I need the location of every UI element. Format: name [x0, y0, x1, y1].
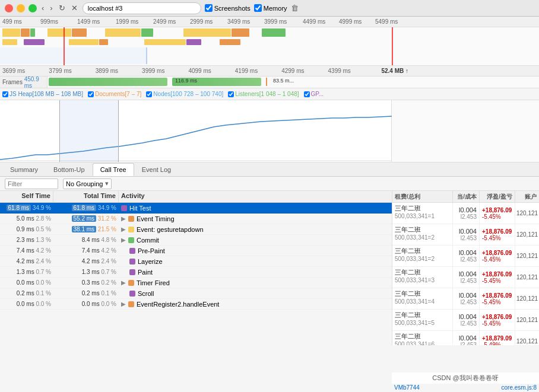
- calltree-row-gesture[interactable]: 0.9 ms 0.5 % 38.1 ms 21.5 % ▶ Event: ges…: [0, 224, 392, 235]
- frames-row: Frames 450.9 ms 116.9 ms 83.5 m...: [0, 77, 539, 88]
- js-heap-checkbox[interactable]: JS Heap[108 MB – 108 MB]: [2, 91, 83, 97]
- back-btn[interactable]: ‹: [40, 4, 45, 12]
- memory-size: 52.4 MB ↑: [381, 68, 408, 74]
- right-panel-row[interactable]: 三年二班 500,033,341=2 l0.004 l2.453 +18,876…: [392, 224, 539, 246]
- right-panel-row[interactable]: 三年二班 500,033,341=3 l0.004 l2.453 +18,876…: [392, 267, 539, 288]
- expand-icon[interactable]: ▶: [121, 279, 126, 286]
- right-panel-row[interactable]: 三年二班 500,033,341=6 l0.004 l2.453 +18,879…: [392, 331, 539, 345]
- expand-icon[interactable]: ▶: [121, 237, 126, 243]
- minimize-btn[interactable]: [17, 4, 25, 12]
- clear-btn[interactable]: 🗑: [291, 4, 299, 12]
- forward-btn[interactable]: ›: [49, 4, 53, 12]
- calltree-row-timer[interactable]: 0.0 ms 0.0 % 0.3 ms 0.2 % ▶ Timer Fired: [0, 278, 392, 288]
- timeline-ruler: 499 ms 999ms 1499 ms 1999 ms 2499 ms 299…: [0, 17, 539, 27]
- documents-checkbox[interactable]: Documents[7 – 7]: [88, 91, 141, 97]
- calltree-row-prepaint[interactable]: 7.4 ms 4.2 % 7.4 ms 4.2 % Pre-Paint: [0, 246, 392, 256]
- nodes-checkbox[interactable]: Nodes[100 728 – 100 740]: [146, 91, 223, 97]
- calltree-row-hit-test[interactable]: 61.8 ms 34.9 % 61.8 ms 34.9 % Hit Test: [0, 203, 392, 213]
- url-bar[interactable]: [83, 2, 201, 14]
- expand-icon[interactable]: ▶: [121, 215, 126, 222]
- screenshots-checkbox[interactable]: Screenshots: [205, 4, 251, 12]
- calltree-container: Self Time Total Time Activity 61.8 ms 34…: [0, 191, 539, 345]
- right-panel-row[interactable]: 三年二班 500,033,341=5 l0.004 l2.453 +18,876…: [392, 310, 539, 331]
- graph-right: [392, 100, 539, 162]
- right-panel-row[interactable]: 三年二班 500,033,341=2 l0.004 l2.453 +18,876…: [392, 246, 539, 267]
- expand-icon[interactable]: ▶: [121, 301, 126, 307]
- calltree-row-event-timing[interactable]: 5.0 ms 2.8 % 55.2 ms 31.2 % ▶ Event Timi…: [0, 213, 392, 224]
- secondary-ruler: 3699 ms 3799 ms 3899 ms 3999 ms 4099 ms …: [0, 66, 539, 77]
- tab-event-log[interactable]: Event Log: [134, 163, 179, 176]
- right-panel-row[interactable]: 三年二班 500,033,341=1 l0.004 l2.453 +18,876…: [392, 203, 539, 224]
- listeners-checkbox[interactable]: Listeners[1 048 – 1 048]: [228, 91, 299, 97]
- filter-row: No Grouping ▾: [0, 177, 539, 191]
- toolbar: ‹ › ↻ ✕ Screenshots Memory 🗑: [0, 0, 539, 17]
- graph-left: [0, 100, 392, 162]
- right-panel: 租费/总利 当/成本 浮盈/盈亏 账户 三年二班 500,033,341=1 l…: [392, 191, 539, 345]
- bottom-tabs: Summary Bottom-Up Call Tree Event Log: [0, 162, 539, 177]
- activity-dot: [121, 205, 127, 211]
- timeline-flamegraph: [0, 27, 539, 66]
- csdn-watermark: CSDN @我叫卷卷卷呀: [392, 372, 539, 384]
- tab-bottom-up[interactable]: Bottom-Up: [46, 163, 93, 176]
- calltree-row-scroll[interactable]: 0.2 ms 0.1 % 0.2 ms 0.1 % Scroll: [0, 288, 392, 299]
- calltree-row-commit[interactable]: 2.3 ms 1.3 % 8.4 ms 4.8 % ▶ Commit: [0, 235, 392, 246]
- stop-btn[interactable]: ✕: [70, 4, 79, 12]
- right-panel-rows: 三年二班 500,033,341=1 l0.004 l2.453 +18,876…: [392, 203, 539, 345]
- right-panel-header: 租费/总利 当/成本 浮盈/盈亏 账户: [392, 191, 539, 203]
- calltree-row-eventregister[interactable]: 0.0 ms 0.0 % 0.0 ms 0.0 % ▶ EventRegiste…: [0, 299, 392, 310]
- memory-checkbox[interactable]: Memory: [254, 4, 287, 12]
- chevron-down-icon: ▾: [105, 180, 109, 187]
- gp-checkbox[interactable]: GP...: [304, 91, 324, 97]
- watermark-vmbytes: VMb7744: [392, 384, 422, 391]
- expand-icon[interactable]: ▶: [121, 226, 126, 232]
- graph-area: [0, 100, 539, 162]
- tab-call-tree[interactable]: Call Tree: [93, 163, 134, 176]
- right-panel-row[interactable]: 三年二班 500,033,341=4 l0.004 l2.453 +18,876…: [392, 288, 539, 310]
- calltree-header: Self Time Total Time Activity: [0, 191, 392, 203]
- checkboxes-row: JS Heap[108 MB – 108 MB] Documents[7 – 7…: [0, 88, 539, 100]
- calltree-table: Self Time Total Time Activity 61.8 ms 34…: [0, 191, 392, 345]
- grouping-select[interactable]: No Grouping ▾: [63, 179, 112, 189]
- calltree-row-paint[interactable]: 1.3 ms 0.7 % 1.3 ms 0.7 % Paint: [0, 267, 392, 278]
- refresh-btn[interactable]: ↻: [58, 4, 66, 12]
- filter-input[interactable]: [5, 179, 58, 189]
- calltree-row-layerize[interactable]: 4.2 ms 2.4 % 4.2 ms 2.4 % Layerize: [0, 256, 392, 267]
- memory-graph: [0, 100, 392, 162]
- maximize-btn[interactable]: [28, 4, 37, 12]
- close-btn[interactable]: [5, 4, 13, 12]
- watermark-core: core.esm.js:8: [499, 384, 539, 391]
- tab-summary[interactable]: Summary: [2, 163, 46, 176]
